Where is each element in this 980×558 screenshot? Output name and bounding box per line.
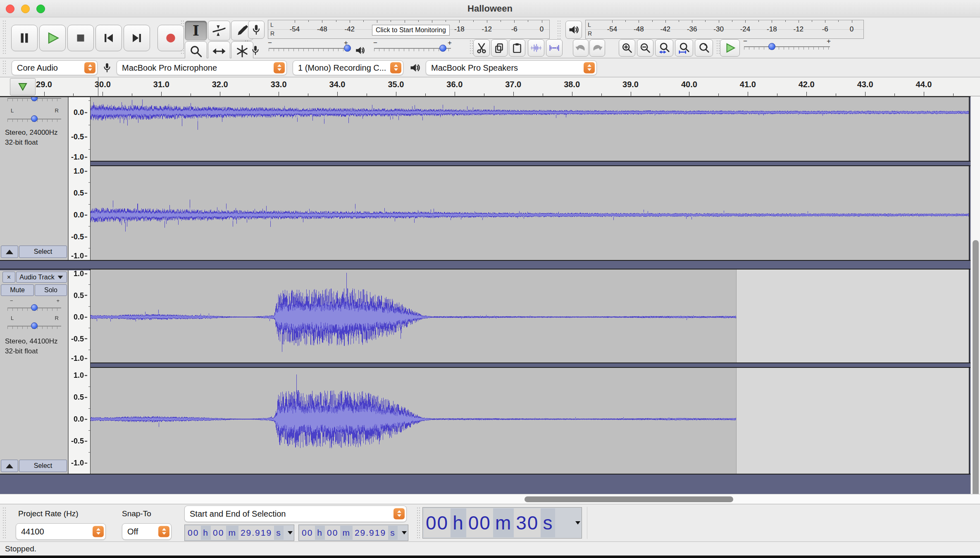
recording-device-select[interactable]: MacBook Pro Microphone — [117, 60, 287, 75]
copy-button[interactable] — [491, 39, 508, 57]
time-digit-segment[interactable]: 00 — [325, 526, 340, 540]
timeline-minor-tick — [953, 93, 954, 96]
toolbar-grip[interactable] — [417, 508, 420, 538]
play-button[interactable] — [39, 25, 66, 51]
track1-right-channel[interactable] — [90, 166, 970, 260]
playback-meter[interactable]: L R -54-48-42-36-30-24-18-12-60 — [585, 20, 864, 39]
silence-audio-button[interactable] — [546, 39, 563, 57]
time-digit-segment[interactable]: 29.919 — [353, 526, 388, 540]
time-digit-segment[interactable]: 00 — [300, 526, 315, 540]
track2-gain-slider[interactable] — [7, 302, 62, 316]
audio-position-display[interactable]: 00h00m30s — [422, 507, 582, 539]
time-unit-segment[interactable]: s — [274, 526, 284, 540]
timeline-minor-tick — [836, 93, 836, 96]
track1-vertical-scale[interactable]: 0.0-0.5-1.01.00.50.0-0.5-1.0 — [69, 97, 91, 260]
play-icon — [45, 31, 60, 45]
slider-thumb[interactable] — [439, 45, 446, 52]
time-unit-segment[interactable]: h — [201, 526, 211, 540]
time-unit-segment[interactable]: s — [541, 508, 555, 537]
toolbar-grip[interactable] — [2, 21, 6, 55]
undo-button[interactable] — [573, 39, 589, 57]
monitoring-overlay[interactable]: Click to Start Monitoring — [372, 25, 450, 36]
track2-solo-button[interactable]: Solo — [35, 284, 67, 296]
track1-gain-slider[interactable] — [7, 97, 62, 106]
track2-vertical-scale[interactable]: 1.00.50.0-0.5-1.01.00.50.0-0.5-1.0 — [69, 270, 91, 474]
track2-left-channel[interactable] — [90, 269, 970, 362]
track2-right-waveform[interactable] — [91, 368, 969, 474]
track1-select-button[interactable]: Select — [19, 246, 67, 258]
vertical-scrollbar[interactable] — [970, 96, 980, 494]
recording-channels-select[interactable]: 1 (Mono) Recording C... — [293, 60, 403, 75]
track1-right-waveform[interactable] — [91, 166, 969, 260]
fit-selection-button[interactable] — [655, 39, 673, 57]
toolbar-grip[interactable] — [2, 508, 6, 538]
track2-pan-slider[interactable] — [7, 320, 62, 334]
project-rate-select[interactable]: 44100 — [16, 523, 106, 540]
meter-scale-tick — [665, 20, 666, 23]
envelope-tool-button[interactable] — [208, 21, 230, 41]
time-unit-segment[interactable]: h — [451, 508, 466, 537]
recording-volume-slider[interactable]: − + — [268, 41, 348, 57]
zoom-toggle-button[interactable] — [695, 39, 713, 57]
trim-audio-button[interactable] — [528, 39, 544, 57]
horizontal-scrollbar[interactable] — [0, 494, 980, 504]
time-digit-segment[interactable]: 00 — [186, 526, 201, 540]
track2-close-button[interactable]: × — [2, 272, 15, 283]
track2-title-menu[interactable]: Audio Track — [16, 272, 67, 283]
playback-volume-slider[interactable]: − + — [373, 41, 452, 57]
timeline-pin-button[interactable] — [10, 78, 36, 95]
time-unit-segment[interactable]: m — [493, 508, 514, 537]
selection-mode-select[interactable]: Start and End of Selection — [184, 506, 407, 522]
time-digit-segment[interactable]: 00 — [424, 508, 451, 537]
timeline-ruler[interactable]: 29.030.031.032.033.034.035.036.037.038.0… — [0, 77, 980, 96]
slider-thumb[interactable] — [31, 115, 38, 122]
track2-mute-button[interactable]: Mute — [1, 284, 34, 296]
playback-device-select[interactable]: MacBook Pro Speakers — [426, 60, 597, 75]
horizontal-scrollbar-thumb[interactable] — [525, 496, 733, 502]
time-unit-segment[interactable]: h — [315, 526, 325, 540]
selection-end-field[interactable]: 00h00m29.919s — [298, 525, 408, 541]
paste-button[interactable] — [509, 39, 525, 57]
vertical-scrollbar-thumb[interactable] — [973, 240, 979, 498]
stop-button[interactable] — [67, 25, 94, 51]
track2-left-waveform[interactable] — [91, 269, 969, 362]
time-unit-segment[interactable]: m — [226, 526, 238, 540]
slider-thumb[interactable] — [31, 304, 38, 311]
playback-device-value: MacBook Pro Speakers — [431, 61, 580, 75]
slider-thumb[interactable] — [768, 43, 775, 50]
zoom-in-button[interactable] — [619, 39, 635, 57]
redo-button[interactable] — [589, 39, 605, 57]
pause-button[interactable] — [11, 25, 38, 51]
skip-to-start-button[interactable] — [95, 25, 122, 51]
time-digit-segment[interactable]: 29.919 — [238, 526, 274, 540]
play-speed-slider[interactable]: − + — [743, 39, 831, 55]
recording-meter-mic-button[interactable] — [248, 21, 265, 39]
track2-select-button[interactable]: Select — [19, 460, 67, 472]
time-digit-segment[interactable]: 00 — [466, 508, 493, 537]
selection-tool-button[interactable]: I — [185, 21, 207, 41]
selection-start-field[interactable]: 00h00m29.919s — [184, 525, 294, 541]
zoom-out-button[interactable] — [637, 39, 653, 57]
track1-depth-info: 32-bit float — [5, 138, 38, 147]
toolbar-grip[interactable] — [2, 61, 6, 74]
track2-collapse-button[interactable] — [1, 460, 18, 472]
slider-thumb[interactable] — [344, 45, 351, 52]
time-unit-segment[interactable]: m — [340, 526, 353, 540]
skip-to-end-button[interactable] — [124, 25, 150, 51]
playback-meter-speaker-button[interactable] — [565, 21, 582, 39]
fit-project-button[interactable] — [675, 39, 693, 57]
snap-to-select[interactable]: Off — [122, 523, 172, 540]
track1-left-waveform[interactable] — [91, 97, 969, 161]
track1-collapse-button[interactable] — [1, 246, 18, 258]
record-button[interactable] — [157, 25, 184, 51]
time-digit-segment[interactable]: 00 — [211, 526, 226, 540]
slider-thumb[interactable] — [31, 322, 38, 329]
track2-right-channel[interactable] — [90, 368, 970, 474]
time-digit-segment[interactable]: 30 — [514, 508, 541, 537]
play-at-speed-button[interactable] — [720, 39, 740, 57]
audio-host-select[interactable]: Core Audio — [12, 60, 98, 75]
time-unit-segment[interactable]: s — [388, 526, 398, 540]
cut-button[interactable] — [473, 39, 490, 57]
track1-left-channel[interactable] — [90, 97, 970, 161]
track1-pan-slider[interactable] — [7, 113, 62, 127]
